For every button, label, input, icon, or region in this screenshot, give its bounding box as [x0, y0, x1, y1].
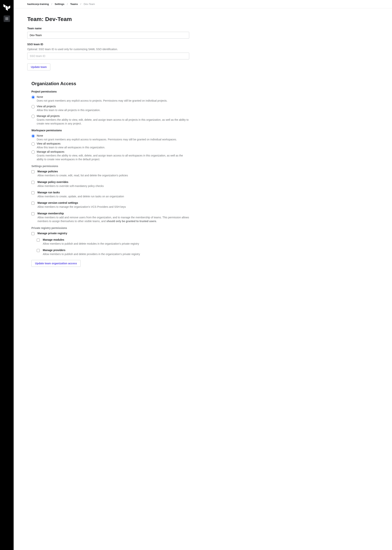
settings-permissions-heading: Settings permissions — [31, 165, 189, 168]
project-perm-manage-desc: Grants members the ability to view, edit… — [37, 118, 189, 126]
sso-input[interactable] — [27, 53, 189, 59]
sso-help-text: Optional: SSO team ID is used only for c… — [27, 48, 189, 51]
workspace-perm-manage-radio[interactable] — [31, 150, 35, 154]
manage-policy-overrides-label: Manage policy overrides — [37, 181, 104, 183]
manage-providers-label: Manage providers — [43, 249, 140, 252]
project-perm-view-desc: Allow this team to view all projects in … — [37, 108, 100, 112]
breadcrumb-current: Dev-Team — [84, 3, 95, 6]
project-perm-none-radio[interactable] — [31, 96, 35, 99]
hamburger-icon — [5, 18, 8, 20]
manage-membership-label: Manage membership — [37, 212, 189, 215]
org-access-heading: Organization Access — [27, 81, 189, 86]
manage-policy-overrides-checkbox[interactable] — [31, 181, 35, 184]
breadcrumb-teams[interactable]: Teams — [70, 3, 78, 6]
terraform-logo-icon — [3, 3, 10, 11]
workspace-perm-view-label: View all workspaces — [37, 142, 105, 145]
workspace-perm-none-desc: Does not grant members any explicit acce… — [37, 138, 177, 141]
breadcrumb-separator: / — [51, 3, 52, 6]
update-team-button[interactable]: Update team — [27, 63, 50, 70]
team-name-input[interactable] — [27, 32, 189, 39]
breadcrumb-org[interactable]: hashicorp-training — [27, 3, 49, 6]
workspace-perm-none-radio[interactable] — [31, 134, 35, 138]
project-perm-view-label: View all projects — [37, 105, 100, 108]
breadcrumb-separator: / — [67, 3, 68, 6]
manage-private-registry-label: Manage private registry — [37, 232, 67, 235]
sidebar — [0, 0, 14, 550]
manage-modules-label: Manage modules — [43, 238, 139, 241]
manage-run-tasks-desc: Allow members to create, update, and del… — [37, 195, 124, 198]
project-perm-manage-radio[interactable] — [31, 115, 35, 118]
manage-private-registry-checkbox[interactable] — [31, 232, 35, 235]
manage-run-tasks-label: Manage run tasks — [37, 191, 124, 194]
workspace-permissions-heading: Workspace permissions — [31, 129, 189, 132]
workspace-perm-view-radio[interactable] — [31, 142, 35, 146]
manage-providers-checkbox[interactable] — [37, 249, 40, 252]
breadcrumb: hashicorp-training / Settings / Teams / … — [14, 0, 392, 8]
team-name-label: Team name — [27, 27, 189, 30]
manage-vcs-desc: Allow members to manage the organization… — [37, 205, 126, 209]
project-perm-manage-label: Manage all projects — [37, 114, 189, 118]
manage-membership-desc: Allow members to add and remove users fr… — [37, 216, 189, 223]
update-team-org-access-button[interactable]: Update team organization access — [31, 260, 81, 267]
project-perm-none-label: None — [37, 95, 168, 98]
breadcrumb-settings[interactable]: Settings — [55, 3, 64, 6]
workspace-perm-none-label: None — [37, 134, 177, 137]
manage-vcs-checkbox[interactable] — [31, 202, 35, 205]
sso-label: SSO team ID — [27, 43, 189, 46]
breadcrumb-separator: / — [80, 3, 81, 6]
project-perm-view-radio[interactable] — [31, 105, 35, 108]
project-permissions-heading: Project permissions — [31, 90, 189, 93]
manage-policy-overrides-desc: Allow members to override soft-mandatory… — [37, 184, 104, 188]
manage-run-tasks-checkbox[interactable] — [31, 191, 35, 194]
main: hashicorp-training / Settings / Teams / … — [14, 0, 392, 550]
menu-button[interactable] — [4, 15, 10, 22]
manage-modules-checkbox[interactable] — [37, 239, 40, 242]
manage-modules-desc: Allow members to publish and delete modu… — [43, 242, 139, 246]
registry-permissions-heading: Private registry permissions — [31, 226, 189, 230]
manage-policies-desc: Allow members to create, edit, read, lis… — [37, 174, 128, 177]
project-perm-none-desc: Does not grant members any explicit acce… — [37, 99, 168, 103]
workspace-perm-view-desc: Allow this team to view all workspaces i… — [37, 146, 105, 149]
page-title: Team: Dev-Team — [27, 16, 189, 22]
manage-membership-checkbox[interactable] — [31, 212, 35, 215]
workspace-perm-manage-label: Manage all workspaces — [37, 150, 189, 153]
manage-providers-desc: Allow members to publish and delete prov… — [43, 252, 140, 256]
manage-vcs-label: Manage version control settings — [37, 201, 126, 204]
manage-policies-checkbox[interactable] — [31, 170, 35, 173]
workspace-perm-manage-desc: Grants members the ability to view, edit… — [37, 154, 189, 161]
manage-policies-label: Manage policies — [37, 170, 128, 173]
